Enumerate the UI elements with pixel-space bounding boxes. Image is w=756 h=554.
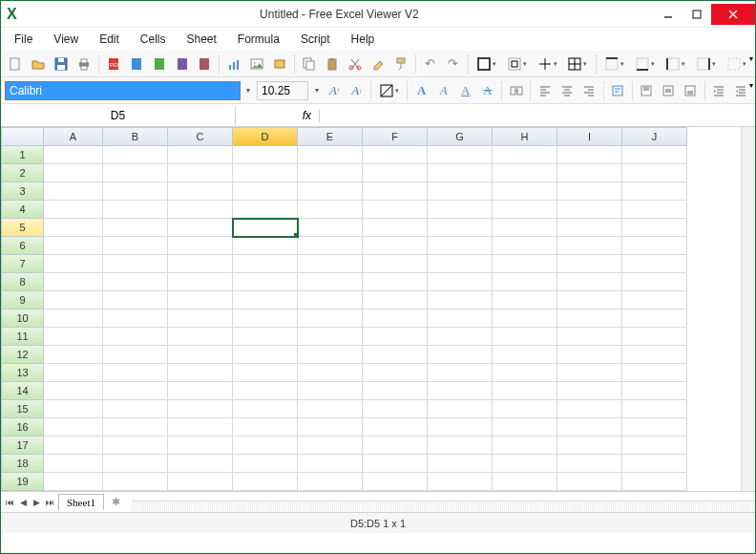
cell[interactable] [44, 309, 103, 328]
cell[interactable] [168, 473, 233, 491]
cell[interactable] [428, 418, 493, 437]
cell[interactable] [44, 328, 103, 346]
border-all-icon[interactable] [564, 53, 593, 75]
redo-icon[interactable]: ↷ [443, 53, 464, 75]
cell[interactable] [298, 237, 363, 255]
cell[interactable] [233, 382, 298, 400]
cell[interactable] [622, 182, 687, 201]
cell[interactable] [103, 328, 168, 346]
cell[interactable] [622, 273, 687, 291]
column-header[interactable]: C [168, 127, 233, 146]
cell[interactable] [44, 201, 103, 219]
cell[interactable] [363, 400, 428, 418]
cell[interactable] [428, 455, 493, 473]
column-header[interactable]: F [363, 127, 428, 146]
cell[interactable] [557, 164, 622, 182]
menu-view[interactable]: View [44, 30, 88, 49]
cell[interactable] [103, 273, 168, 291]
cell[interactable] [428, 219, 493, 237]
cell[interactable] [622, 201, 687, 219]
font-name-dropdown-icon[interactable]: ▾ [242, 86, 255, 95]
cell[interactable] [622, 237, 687, 255]
cell[interactable] [557, 364, 622, 382]
cell[interactable] [298, 201, 363, 219]
cell[interactable] [428, 255, 493, 273]
cell[interactable] [363, 255, 428, 273]
cell[interactable] [557, 182, 622, 201]
undo-icon[interactable]: ↶ [420, 53, 441, 75]
cell[interactable] [168, 237, 233, 255]
cell[interactable] [233, 273, 298, 291]
font-size-dropdown-icon[interactable]: ▾ [310, 86, 323, 95]
diagonal-icon[interactable] [375, 80, 403, 101]
cell[interactable] [233, 437, 298, 455]
cell[interactable] [622, 291, 687, 309]
row-header[interactable]: 9 [1, 291, 44, 309]
cell[interactable] [298, 309, 363, 328]
tab-nav-last-icon[interactable]: ⏭ [43, 494, 56, 511]
strike-icon[interactable]: A [477, 80, 497, 101]
cell[interactable] [428, 273, 493, 291]
cell[interactable] [168, 291, 233, 309]
wrap-icon[interactable] [608, 80, 628, 101]
cell[interactable] [298, 219, 363, 237]
cell[interactable] [168, 255, 233, 273]
cell[interactable] [298, 291, 363, 309]
cell[interactable] [298, 164, 363, 182]
cell[interactable] [44, 418, 103, 437]
cell[interactable] [557, 400, 622, 418]
cell[interactable] [168, 437, 233, 455]
cell[interactable] [428, 382, 493, 400]
row-header[interactable]: 12 [1, 346, 44, 364]
cell[interactable] [168, 164, 233, 182]
row-header[interactable]: 8 [1, 273, 44, 291]
cell[interactable] [298, 346, 363, 364]
column-header[interactable]: I [557, 127, 622, 146]
cell[interactable] [233, 219, 298, 237]
cell[interactable] [298, 328, 363, 346]
cell[interactable] [557, 146, 622, 164]
cell[interactable] [168, 309, 233, 328]
cell[interactable] [493, 237, 557, 255]
cell[interactable] [363, 455, 428, 473]
cell[interactable] [493, 219, 557, 237]
cell[interactable] [168, 146, 233, 164]
cell[interactable] [44, 473, 103, 491]
cell[interactable] [103, 437, 168, 455]
row-header[interactable]: 18 [1, 455, 44, 473]
font-color-icon[interactable]: A [411, 80, 431, 101]
row-header[interactable]: 6 [1, 237, 44, 255]
cell[interactable] [233, 364, 298, 382]
cell[interactable] [103, 473, 168, 491]
cell[interactable] [44, 219, 103, 237]
row-header[interactable]: 16 [1, 418, 44, 437]
print-icon[interactable] [74, 53, 94, 75]
cell[interactable] [298, 255, 363, 273]
cell[interactable] [298, 364, 363, 382]
toolbar-overflow-icon[interactable]: ▾ [749, 54, 753, 63]
menu-file[interactable]: File [5, 30, 42, 49]
cell[interactable] [168, 219, 233, 237]
cell[interactable] [363, 364, 428, 382]
cell[interactable] [557, 382, 622, 400]
cell[interactable] [233, 473, 298, 491]
cell[interactable] [557, 291, 622, 309]
cell[interactable] [622, 473, 687, 491]
indent-dec-icon[interactable] [709, 80, 729, 101]
cell[interactable] [622, 364, 687, 382]
cell[interactable] [44, 437, 103, 455]
cell[interactable] [622, 309, 687, 328]
cell[interactable] [298, 273, 363, 291]
cell[interactable] [168, 364, 233, 382]
cell[interactable] [622, 255, 687, 273]
cell[interactable] [363, 182, 428, 201]
cell[interactable] [44, 400, 103, 418]
vertical-scrollbar[interactable] [744, 137, 753, 184]
cell[interactable] [493, 291, 557, 309]
cell[interactable] [428, 346, 493, 364]
select-all-corner[interactable] [1, 127, 44, 146]
maximize-button[interactable] [682, 4, 711, 25]
cell[interactable] [363, 437, 428, 455]
cell[interactable] [493, 455, 557, 473]
valign-bot-icon[interactable] [681, 80, 701, 101]
